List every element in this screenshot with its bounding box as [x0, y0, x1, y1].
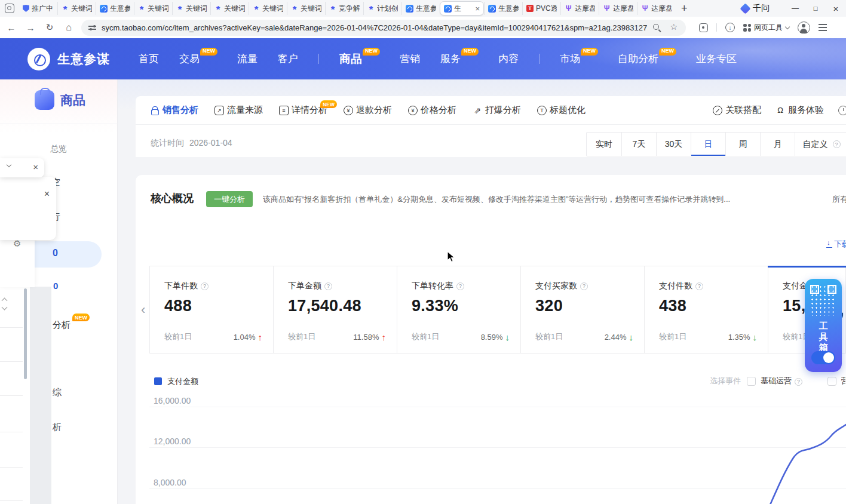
- browser-tab[interactable]: 生意参: [96, 2, 134, 15]
- tab-退款分析[interactable]: 退款分析: [344, 105, 392, 116]
- help-icon[interactable]: ?: [580, 282, 588, 290]
- browser-tab[interactable]: 生意参: [484, 2, 522, 15]
- overlay-gap: [30, 287, 51, 504]
- tab-价格分析[interactable]: 价格分析: [408, 105, 456, 116]
- overview-right-truncated[interactable]: 所有: [832, 194, 846, 205]
- date-option-月[interactable]: 月: [760, 133, 795, 156]
- browser-tab[interactable]: 达摩盘: [599, 2, 637, 15]
- nav-item-营销[interactable]: 营销: [400, 52, 420, 66]
- nav-item-交易[interactable]: 交易NEW: [179, 52, 217, 66]
- browser-tab[interactable]: 关键词: [249, 2, 287, 15]
- zoom-icon[interactable]: [653, 24, 661, 32]
- address-bar[interactable]: sycm.taobao.com/cc/item_archives?activeK…: [81, 20, 686, 36]
- help-icon[interactable]: ?: [456, 282, 464, 290]
- help-icon[interactable]: ?: [695, 282, 703, 290]
- help-icon[interactable]: ?: [324, 282, 332, 290]
- extension-icon[interactable]: [699, 23, 708, 32]
- url-text[interactable]: sycm.taobao.com/cc/item_archives?activeK…: [102, 23, 648, 32]
- browser-tab[interactable]: 关键词: [172, 2, 210, 15]
- close-icon[interactable]: ×: [33, 162, 38, 172]
- browser-tab[interactable]: 关键词: [210, 2, 249, 15]
- help-icon[interactable]: ?: [201, 282, 209, 290]
- one-click-analyze-button[interactable]: 一键分析: [206, 191, 253, 207]
- tab-详情分析[interactable]: 详情分析NEW: [279, 105, 327, 116]
- browser-tab[interactable]: 生意参: [401, 2, 440, 15]
- browser-tab[interactable]: 关键词: [57, 2, 96, 15]
- browser-tab[interactable]: 计划创: [363, 2, 401, 15]
- help-icon[interactable]: ?: [833, 140, 841, 148]
- maximize-button[interactable]: □: [805, 5, 826, 12]
- close-window-button[interactable]: ×: [826, 4, 846, 14]
- browser-tab[interactable]: 关键词: [134, 2, 172, 15]
- metric-card-支付件数[interactable]: 支付件数?438较前1日1.35%↓: [645, 266, 768, 353]
- reload-icon[interactable]: [42, 22, 57, 33]
- metric-card-支付买家数[interactable]: 支付买家数?320较前1日2.44%↓: [521, 266, 645, 353]
- browser-tab[interactable]: 生×: [440, 1, 484, 16]
- sidebar-item-fragment[interactable]: 0: [53, 281, 58, 291]
- home-icon[interactable]: [61, 22, 76, 33]
- download-icon: [826, 241, 832, 247]
- nav-item-市场[interactable]: 市场NEW: [560, 52, 597, 66]
- web-tools-menu[interactable]: 网页工具: [743, 23, 789, 33]
- tab-流量来源[interactable]: 流量来源: [214, 105, 263, 116]
- sidebar-item-fragment[interactable]: 分析NEW: [53, 318, 88, 331]
- browser-tab[interactable]: PVC透: [522, 2, 560, 15]
- keyword-tab-icon: [367, 5, 375, 12]
- tab-销售分析[interactable]: 销售分析: [150, 105, 198, 116]
- downloads-icon[interactable]: [725, 23, 735, 32]
- date-option-30天[interactable]: 30天: [656, 133, 691, 156]
- browser-tab[interactable]: 竞争解: [325, 2, 363, 15]
- link-关联搭配[interactable]: 关联搭配: [713, 105, 761, 116]
- nav-item-自助分析[interactable]: 自助分析NEW: [618, 52, 676, 66]
- sort-chevrons-icon[interactable]: [2, 299, 7, 309]
- scrollbar-thumb[interactable]: [24, 288, 27, 379]
- nav-item-内容[interactable]: 内容: [498, 52, 519, 66]
- browser-tab[interactable]: 关键词: [287, 2, 325, 15]
- toolbox-widget[interactable]: 工具箱: [805, 279, 842, 372]
- tab-close-icon[interactable]: ×: [475, 5, 480, 13]
- sidebar-item-fragment[interactable]: 综: [53, 387, 62, 398]
- browser-tab[interactable]: 达摩盘: [637, 2, 675, 15]
- forward-icon[interactable]: [23, 23, 38, 33]
- date-option-日[interactable]: 日: [691, 133, 725, 156]
- date-option-自定义[interactable]: 自定义?: [795, 133, 846, 156]
- date-option-周[interactable]: 周: [725, 133, 760, 156]
- back-icon[interactable]: [4, 23, 19, 33]
- new-tab-button[interactable]: +: [681, 3, 688, 14]
- browser-tab[interactable]: 达摩盘: [560, 2, 599, 15]
- carousel-left-chevron[interactable]: ‹: [141, 302, 145, 318]
- date-option-实时[interactable]: 实时: [587, 133, 621, 156]
- download-link[interactable]: 下载: [826, 239, 846, 250]
- clock-icon[interactable]: [838, 106, 846, 115]
- up-arrow-icon: ↑: [382, 332, 387, 342]
- metric-card-下单金额[interactable]: 下单金额?17,540.48较前1日11.58%↑: [274, 266, 397, 353]
- tab-打爆分析[interactable]: 打爆分析: [473, 105, 521, 116]
- toolbox-toggle[interactable]: [811, 351, 835, 364]
- nav-item-客户[interactable]: 客户: [278, 52, 298, 66]
- sidebar-item-fragment[interactable]: 析: [53, 422, 62, 433]
- nav-item-流量[interactable]: 流量: [237, 52, 258, 66]
- date-option-7天[interactable]: 7天: [621, 133, 656, 156]
- nav-item-业务专区[interactable]: 业务专区: [696, 52, 737, 66]
- event-checkbox[interactable]: [827, 377, 836, 386]
- nav-item-商品[interactable]: 商品NEW: [339, 51, 379, 67]
- tab-label: 打爆分析: [485, 105, 521, 116]
- bookmark-star-icon[interactable]: [670, 22, 678, 32]
- collapse-chevron-icon[interactable]: [7, 162, 11, 167]
- event-checkbox[interactable]: [747, 377, 756, 386]
- sidebar-item-fragment[interactable]: 总览: [50, 144, 67, 155]
- metric-card-下单件数[interactable]: 下单件数?488较前1日1.04%↑: [150, 266, 274, 353]
- browser-tab[interactable]: 推广中: [19, 2, 57, 15]
- tab-标题优化[interactable]: 标题优化: [537, 105, 586, 116]
- help-icon[interactable]: ?: [795, 378, 802, 386]
- browser-menu-icon[interactable]: [819, 27, 827, 28]
- profile-avatar[interactable]: [798, 21, 810, 34]
- minimize-button[interactable]: —: [785, 4, 805, 13]
- nav-item-服务[interactable]: 服务NEW: [440, 52, 478, 66]
- site-settings-icon[interactable]: [88, 24, 96, 31]
- nav-item-首页[interactable]: 首页: [139, 52, 159, 66]
- link-服务体验[interactable]: 服务体验: [776, 105, 824, 116]
- metric-card-下单转化率[interactable]: 下单转化率?9.33%较前1日8.59%↓: [397, 266, 521, 353]
- close-icon[interactable]: ×: [44, 189, 50, 199]
- tab-search-icon[interactable]: [5, 4, 14, 13]
